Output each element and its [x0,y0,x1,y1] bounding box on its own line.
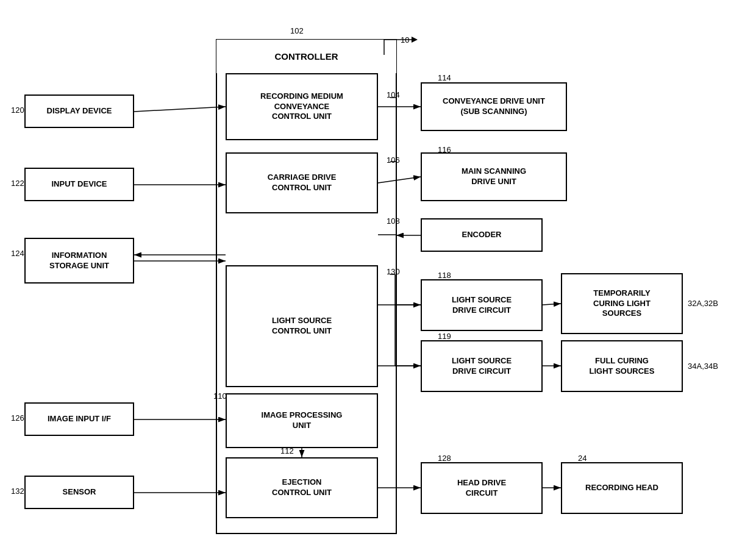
head-drive-box: HEAD DRIVECIRCUIT [421,462,543,514]
temp-curing-box: TEMPORARILYCURING LIGHTSOURCES [561,273,683,334]
sensor-box: SENSOR [24,476,134,509]
conveyance-drive-box: CONVEYANCE DRIVE UNIT(SUB SCANNING) [421,82,567,131]
conveyance-drive-text: CONVEYANCE DRIVE UNIT(SUB SCANNING) [443,96,545,117]
recording-head-text: RECORDING HEAD [585,483,658,493]
lbl-108: 108 [387,216,400,226]
lbl-128: 128 [438,454,451,463]
input-device-text: INPUT DEVICE [51,179,107,190]
carriage-drive-text: CARRIAGE DRIVECONTROL UNIT [268,173,337,193]
display-device-box: DISPLAY DEVICE [24,95,134,128]
encoder-box: ENCODER [421,218,543,252]
input-device-box: INPUT DEVICE [24,168,134,201]
svg-line-10 [378,177,421,183]
image-input-box: IMAGE INPUT I/F [24,402,134,436]
lbl-24: 24 [578,454,587,463]
information-storage-text: INFORMATIONSTORAGE UNIT [49,251,109,271]
light-source-drive2-text: LIGHT SOURCEDRIVE CIRCUIT [452,356,512,377]
lbl-34ab: 34A,34B [688,362,718,371]
full-curing-text: FULL CURINGLIGHT SOURCES [590,356,655,377]
full-curing-box: FULL CURINGLIGHT SOURCES [561,340,683,392]
lbl-122: 122 [11,179,24,188]
recording-medium-box: RECORDING MEDIUMCONVEYANCECONTROL UNIT [226,73,378,140]
main-scanning-text: MAIN SCANNINGDRIVE UNIT [462,166,526,187]
carriage-drive-box: CARRIAGE DRIVECONTROL UNIT [226,152,378,213]
lbl-32ab: 32A,32B [688,299,718,308]
light-source-drive1-text: LIGHT SOURCEDRIVE CIRCUIT [452,295,512,316]
lbl-132: 132 [11,487,24,496]
recording-medium-text: RECORDING MEDIUMCONVEYANCECONTROL UNIT [260,91,343,123]
controller-text: CONTROLLER [274,51,338,63]
lbl-112: 112 [280,446,294,455]
controller-label-box: CONTROLLER [216,40,396,73]
ejection-control-text: EJECTIONCONTROL UNIT [272,477,332,498]
lbl-119: 119 [438,332,451,341]
image-processing-text: IMAGE PROCESSINGUNIT [262,410,343,431]
recording-head-box: RECORDING HEAD [561,462,683,514]
sensor-text: SENSOR [63,487,96,498]
lbl-124: 124 [11,249,24,258]
svg-marker-32 [412,37,418,43]
lbl-126: 126 [11,413,24,423]
svg-line-16 [543,304,561,305]
display-device-text: DISPLAY DEVICE [47,106,112,116]
image-processing-box: IMAGE PROCESSINGUNIT [226,393,378,448]
lbl-118: 118 [438,271,451,280]
image-input-text: IMAGE INPUT I/F [48,414,111,424]
lbl-116: 116 [438,145,451,154]
lbl-130: 130 [387,267,400,276]
lbl-114: 114 [438,73,451,82]
head-drive-text: HEAD DRIVECIRCUIT [457,478,506,499]
svg-line-3 [134,107,226,112]
encoder-text: ENCODER [462,230,501,240]
lbl-120: 120 [11,105,24,115]
light-source-control-text: LIGHT SOURCECONTROL UNIT [272,316,332,337]
ejection-control-box: EJECTIONCONTROL UNIT [226,457,378,518]
light-source-drive2-box: LIGHT SOURCEDRIVE CIRCUIT [421,340,543,392]
lbl-106: 106 [387,155,400,165]
lbl-102: 102 [290,26,304,35]
light-source-control-box: LIGHT SOURCECONTROL UNIT [226,265,378,387]
lbl-104: 104 [387,90,400,99]
lbl-110: 110 [213,391,227,401]
temp-curing-text: TEMPORARILYCURING LIGHTSOURCES [593,288,651,319]
light-source-drive1-box: LIGHT SOURCEDRIVE CIRCUIT [421,279,543,331]
main-scanning-box: MAIN SCANNINGDRIVE UNIT [421,152,567,201]
information-storage-box: INFORMATIONSTORAGE UNIT [24,238,134,284]
